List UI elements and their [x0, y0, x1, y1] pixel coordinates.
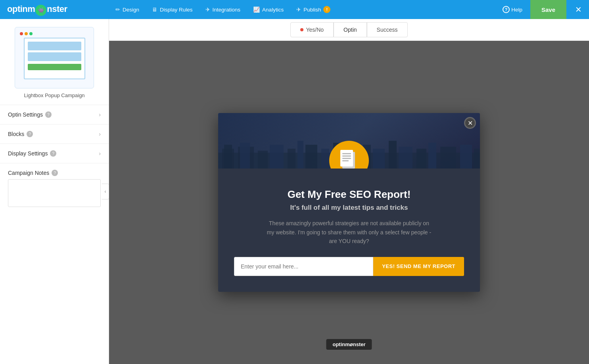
popup-body: Get My Free SEO Report! It's full of all… [218, 169, 480, 291]
tab-dot-icon [300, 28, 303, 31]
optin-settings-text: Optin Settings [8, 111, 43, 118]
campaign-notes-input[interactable] [8, 179, 101, 207]
svg-rect-19 [440, 147, 456, 169]
blocks-label: Blocks ? [8, 131, 33, 137]
preview-bar-green [28, 64, 81, 70]
preview-bar-mid [28, 52, 81, 61]
nav-publish[interactable]: ✈ Publish ! [290, 0, 337, 19]
nav-design-label: Design [123, 7, 139, 13]
tab-success[interactable]: Success [367, 22, 408, 37]
optinmonster-badge: optinmønster [326, 339, 372, 350]
blocks-text: Blocks [8, 131, 24, 137]
campaign-notes-text: Campaign Notes [8, 170, 49, 176]
nav-display-rules-label: Display Rules [160, 7, 193, 13]
tab-yes-no[interactable]: Yes/No [290, 22, 334, 37]
preview-dots [20, 32, 33, 35]
tab-optin[interactable]: Optin [334, 22, 366, 37]
tab-yes-no-label: Yes/No [306, 27, 324, 33]
display-settings-help-icon: ? [50, 150, 56, 157]
blocks-chevron-icon: › [99, 131, 101, 137]
optin-settings-chevron-icon: › [99, 111, 101, 118]
nav-right: ? Help Save ✕ [496, 0, 589, 19]
top-navigation: optinm👾nster ✏ Design 🖥 Display Rules ✈ … [0, 0, 589, 19]
tabs-bar: Yes/No Optin Success [109, 19, 589, 41]
close-nav-button[interactable]: ✕ [568, 0, 589, 19]
nav-analytics-label: Analytics [262, 7, 284, 13]
logo: optinm👾nster [7, 4, 67, 15]
integrations-icon: ✈ [205, 6, 210, 13]
popup-container: ✕ [218, 113, 480, 291]
nav-items: ✏ Design 🖥 Display Rules ✈ Integrations … [109, 0, 496, 19]
sidebar-campaign-notes: Campaign Notes ? [0, 163, 109, 216]
sidebar-display-settings: Display Settings ? › [0, 144, 109, 163]
campaign-preview: Lightbox Popup Campaign [0, 19, 109, 105]
pencil-icon: ✏ [115, 6, 120, 13]
campaign-notes-help-icon: ? [52, 170, 58, 176]
popup-description: These amazingly powerful strategies are … [266, 219, 432, 245]
sidebar-optin-settings: Optin Settings ? › [0, 105, 109, 125]
preview-thumbnail [15, 27, 94, 88]
svg-rect-15 [389, 141, 397, 169]
blocks-help-icon: ? [27, 131, 33, 137]
content-area: Yes/No Optin Success ✕ [109, 19, 589, 364]
display-settings-label: Display Settings ? [8, 150, 56, 157]
blocks-header[interactable]: Blocks ? › [0, 125, 109, 144]
svg-rect-10 [321, 149, 329, 169]
popup-subtitle: It's full of all my latest tips and tric… [234, 204, 464, 212]
popup-form: YES! SEND ME MY REPORT [234, 257, 464, 276]
help-label: Help [511, 7, 522, 13]
svg-rect-27 [342, 160, 349, 161]
publish-icon: ✈ [296, 6, 301, 13]
sidebar-toggle-button[interactable]: ‹ [102, 184, 109, 199]
logo-area: optinm👾nster [0, 4, 109, 15]
nav-integrations[interactable]: ✈ Integrations [199, 0, 247, 19]
popup-email-input[interactable] [234, 257, 373, 276]
svg-rect-17 [416, 149, 426, 169]
display-settings-chevron-icon: › [99, 150, 101, 157]
display-settings-header[interactable]: Display Settings ? › [0, 144, 109, 163]
logo-monster-icon: 👾 [35, 5, 46, 16]
dot-green [29, 32, 33, 35]
main-layout: Lightbox Popup Campaign Optin Settings ?… [0, 19, 589, 364]
svg-rect-14 [373, 149, 385, 169]
nav-analytics[interactable]: 📈 Analytics [247, 0, 290, 19]
optin-settings-help-icon: ? [45, 111, 52, 118]
sidebar-blocks: Blocks ? › [0, 125, 109, 144]
preview-window [24, 38, 85, 79]
svg-rect-6 [270, 145, 284, 169]
tab-optin-label: Optin [343, 27, 357, 33]
nav-display-rules[interactable]: 🖥 Display Rules [146, 0, 199, 19]
svg-rect-20 [460, 145, 472, 169]
save-button[interactable]: Save [530, 0, 566, 19]
svg-rect-21 [474, 149, 480, 169]
svg-rect-7 [288, 149, 295, 169]
om-badge-wrap: optinmønster [326, 332, 372, 356]
document-icon [338, 149, 360, 169]
popup-title: Get My Free SEO Report! [234, 188, 464, 201]
campaign-notes-label: Campaign Notes ? [8, 170, 58, 176]
campaign-notes-area [0, 179, 109, 216]
svg-rect-8 [297, 141, 303, 169]
monitor-icon: 🖥 [152, 6, 157, 13]
svg-rect-2 [224, 145, 232, 169]
chart-icon: 📈 [253, 6, 260, 13]
dot-red [20, 32, 23, 35]
optin-settings-header[interactable]: Optin Settings ? › [0, 105, 109, 124]
svg-rect-24 [342, 153, 351, 154]
sidebar: Lightbox Popup Campaign Optin Settings ?… [0, 19, 109, 364]
svg-rect-4 [240, 143, 250, 169]
campaign-name-label: Lightbox Popup Campaign [24, 92, 84, 98]
nav-design[interactable]: ✏ Design [109, 0, 146, 19]
campaign-notes-header: Campaign Notes ? [0, 163, 109, 179]
svg-rect-26 [342, 158, 351, 159]
svg-rect-25 [342, 155, 351, 157]
preview-bar-top [28, 42, 81, 50]
help-circle-icon: ? [503, 6, 510, 13]
help-button[interactable]: ? Help [496, 0, 529, 19]
svg-rect-16 [399, 147, 412, 169]
nav-integrations-label: Integrations [213, 7, 241, 13]
nav-publish-label: Publish [303, 7, 321, 13]
display-settings-text: Display Settings [8, 150, 48, 157]
dot-yellow [25, 32, 28, 35]
popup-submit-button[interactable]: YES! SEND ME MY REPORT [373, 257, 464, 276]
